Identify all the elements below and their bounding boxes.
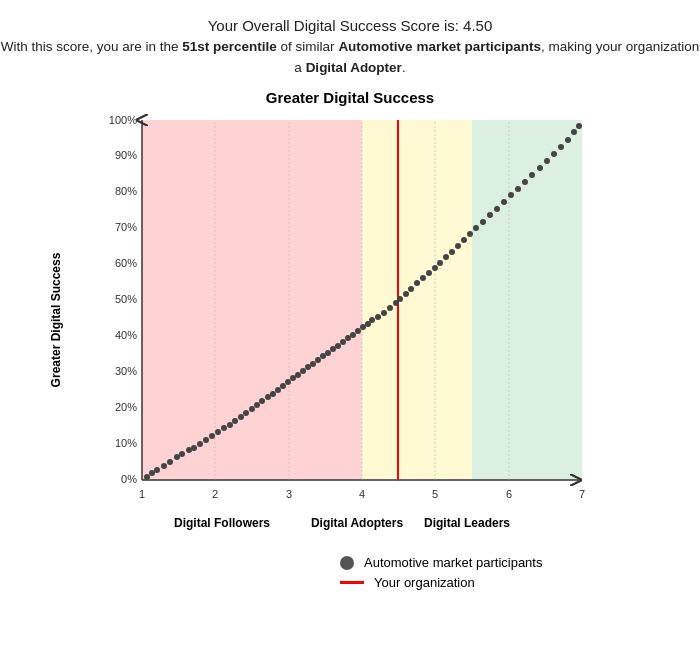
svg-point-43	[259, 398, 265, 404]
svg-point-45	[270, 391, 276, 397]
svg-point-80	[455, 243, 461, 249]
svg-text:90%: 90%	[115, 149, 137, 161]
legend-section: Automotive market participants Your orga…	[340, 555, 620, 590]
label-adopters: Digital Adopters	[302, 516, 412, 530]
svg-point-52	[305, 364, 311, 370]
svg-point-97	[571, 129, 577, 135]
svg-text:6: 6	[506, 488, 512, 500]
svg-point-83	[473, 225, 479, 231]
svg-point-85	[487, 212, 493, 218]
svg-point-56	[325, 350, 331, 356]
svg-text:7: 7	[579, 488, 585, 500]
x-category-labels: Digital Followers Digital Adopters Digit…	[82, 516, 602, 530]
svg-point-61	[350, 332, 356, 338]
svg-text:5: 5	[432, 488, 438, 500]
svg-point-47	[280, 383, 286, 389]
svg-point-38	[232, 418, 238, 424]
svg-point-63	[360, 324, 366, 330]
svg-point-92	[537, 165, 543, 171]
desc-end: .	[402, 60, 406, 75]
svg-point-84	[480, 219, 486, 225]
svg-text:3: 3	[286, 488, 292, 500]
svg-text:50%: 50%	[115, 293, 137, 305]
svg-point-39	[238, 414, 244, 420]
svg-point-36	[221, 425, 227, 431]
region-adopters	[362, 120, 472, 480]
y-axis-label: Greater Digital Success	[49, 240, 63, 400]
svg-point-34	[209, 433, 215, 439]
svg-point-27	[167, 459, 173, 465]
chart-svg: 0% 10% 20% 30% 40% 50% 60% 70% 80% 90% 1…	[82, 110, 602, 510]
svg-text:2: 2	[212, 488, 218, 500]
svg-point-44	[265, 394, 271, 400]
svg-point-35	[215, 429, 221, 435]
svg-point-72	[408, 286, 414, 292]
svg-point-59	[340, 339, 346, 345]
market-text: Automotive market participants	[338, 39, 541, 54]
svg-point-82	[467, 231, 473, 237]
desc-middle: of similar	[277, 39, 339, 54]
svg-point-76	[432, 265, 438, 271]
legend-line-icon	[340, 581, 364, 584]
svg-point-90	[522, 179, 528, 185]
svg-point-29	[179, 451, 185, 457]
svg-point-67	[381, 310, 387, 316]
svg-text:40%: 40%	[115, 329, 137, 341]
svg-text:20%: 20%	[115, 401, 137, 413]
desc-prefix: With this score, you are in the	[1, 39, 183, 54]
svg-point-74	[420, 275, 426, 281]
desc-line: With this score, you are in the 51st per…	[0, 37, 700, 79]
svg-text:1: 1	[139, 488, 145, 500]
svg-point-89	[515, 186, 521, 192]
svg-point-70	[397, 296, 403, 302]
svg-point-91	[529, 172, 535, 178]
chart-title-text: Greater Digital Success	[266, 89, 434, 106]
svg-point-24	[149, 470, 155, 476]
svg-text:4: 4	[359, 488, 365, 500]
legend-dot-icon	[340, 556, 354, 570]
svg-point-66	[375, 314, 381, 320]
svg-point-51	[300, 368, 306, 374]
svg-point-71	[403, 291, 409, 297]
svg-point-33	[203, 437, 209, 443]
svg-point-95	[558, 144, 564, 150]
svg-point-26	[161, 463, 167, 469]
legend-dot-label: Automotive market participants	[364, 555, 542, 570]
svg-point-62	[355, 328, 361, 334]
svg-point-57	[330, 346, 336, 352]
svg-point-28	[174, 454, 180, 460]
svg-point-88	[508, 192, 514, 198]
svg-text:10%: 10%	[115, 437, 137, 449]
svg-point-96	[565, 137, 571, 143]
svg-point-37	[227, 422, 233, 428]
svg-text:100%: 100%	[109, 114, 137, 126]
svg-point-41	[249, 406, 255, 412]
svg-point-58	[335, 343, 341, 349]
svg-point-93	[544, 158, 550, 164]
svg-point-78	[443, 254, 449, 260]
chart-wrapper: Greater Digital Success Greater Digital …	[30, 89, 670, 549]
score-text: Your Overall Digital Success Score is: 4…	[208, 17, 493, 34]
svg-point-42	[254, 402, 260, 408]
svg-point-50	[295, 372, 301, 378]
svg-point-94	[551, 151, 557, 157]
svg-point-49	[290, 375, 296, 381]
header-section: Your Overall Digital Success Score is: 4…	[0, 14, 700, 79]
svg-text:0%: 0%	[121, 473, 137, 485]
svg-point-23	[144, 474, 150, 480]
svg-point-86	[494, 206, 500, 212]
score-line: Your Overall Digital Success Score is: 4…	[0, 14, 700, 37]
svg-point-25	[154, 467, 160, 473]
svg-point-65	[369, 317, 375, 323]
svg-point-79	[449, 249, 455, 255]
svg-point-87	[501, 199, 507, 205]
legend-line-label: Your organization	[374, 575, 475, 590]
legend-dot-item: Automotive market participants	[340, 555, 542, 570]
svg-point-73	[414, 280, 420, 286]
svg-text:60%: 60%	[115, 257, 137, 269]
chart-area: Greater Digital Success	[30, 110, 670, 530]
category-text: Digital Adopter	[306, 60, 402, 75]
legend-line-item: Your organization	[340, 575, 475, 590]
svg-point-68	[387, 305, 393, 311]
svg-point-31	[191, 445, 197, 451]
